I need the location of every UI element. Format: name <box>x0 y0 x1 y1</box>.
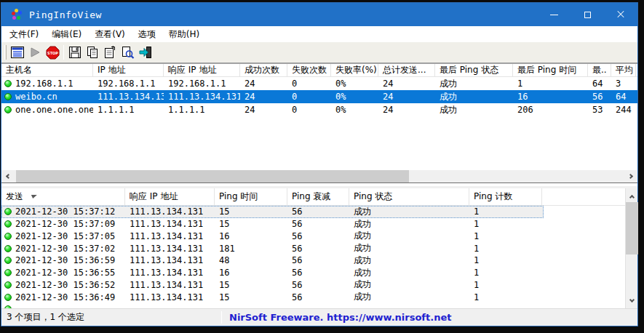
stop-ping-button[interactable]: STOP <box>44 44 61 61</box>
ping-cell: 1 <box>469 231 542 241</box>
hosts-column-header-9[interactable]: 最.. <box>588 64 611 76</box>
hosts-column-header-6[interactable]: 总计发送... <box>378 64 435 76</box>
hosts-column-header-2[interactable]: 响应 IP 地址 <box>164 64 240 76</box>
minimize-button[interactable] <box>537 3 571 26</box>
ping-cell: 111.13.134.131 <box>125 280 215 290</box>
close-button[interactable] <box>604 3 637 26</box>
pings-header-row: 发送响应 IP 地址Ping 时间Ping 衰减Ping 状态Ping 计数 <box>1 188 637 206</box>
hosts-header-row: 主机名IP 地址响应 IP 地址成功次数失败次数失败率(%)总计发送...最后 … <box>1 64 637 77</box>
find-button[interactable] <box>119 44 136 61</box>
hosts-column-header-8[interactable]: 最后 Ping 时间 <box>513 64 588 76</box>
copy-button[interactable] <box>84 44 101 61</box>
pings-column-header-4[interactable]: Ping 状态 <box>349 188 469 205</box>
hosts-column-header-1[interactable]: IP 地址 <box>93 64 164 76</box>
ping-cell: 56 <box>287 219 349 229</box>
ping-row[interactable]: 2021-12-30 15:36:55111.13.134.1311656成功1 <box>1 267 544 279</box>
scroll-up-button[interactable] <box>626 190 638 202</box>
menu-item-0[interactable]: 文件(F) <box>3 26 45 42</box>
host-cell: 0 <box>287 105 331 115</box>
nirsoft-freeware-link[interactable]: NirSoft Freeware. https://www.nirsoft.ne… <box>229 309 451 326</box>
host-cell: 111.13.134.131 <box>164 92 240 102</box>
ping-cell: 16 <box>215 231 287 241</box>
host-cell: 192.168.1.1 <box>164 79 240 89</box>
menu-item-1[interactable]: 编辑(E) <box>45 26 88 42</box>
pings-column-header-3[interactable]: Ping 衰减 <box>287 188 349 205</box>
status-ok-icon <box>4 208 12 215</box>
ping-cell: 1 <box>469 206 542 217</box>
vertical-scrollbar[interactable] <box>625 188 637 308</box>
titlebar[interactable]: PingInfoView <box>1 3 637 26</box>
ping-sent-time-text: 2021-12-30 15:37:12 <box>15 206 115 217</box>
window-title: PingInfoView <box>29 9 102 20</box>
pings-column-header-5[interactable]: Ping 计数 <box>469 188 542 205</box>
hosts-column-header-3[interactable]: 成功次数 <box>240 64 287 76</box>
start-ping-button[interactable] <box>26 44 44 61</box>
ping-cell: 181 <box>215 244 287 254</box>
ping-row[interactable]: 2021-12-30 15:36:52111.13.134.1311556成功1 <box>1 279 544 292</box>
save-button[interactable] <box>66 44 84 61</box>
status-ok-icon <box>4 220 12 228</box>
host-cell: one.one.one.one <box>1 105 93 115</box>
close-icon <box>616 10 625 19</box>
host-row[interactable]: one.one.one.one1.1.1.11.1.1.12400%24成功20… <box>1 103 637 116</box>
save-icon <box>68 46 82 59</box>
host-cell: 16 <box>513 92 588 102</box>
status-ok-icon <box>4 281 12 289</box>
host-name-text: one.one.one.one <box>15 105 93 115</box>
ping-row[interactable]: 2021-12-30 15:36:59111.13.134.1314856成功1 <box>1 254 544 267</box>
host-name-text: 192.168.1.1 <box>15 79 73 89</box>
ping-row[interactable]: 2021-12-30 15:37:12111.13.134.1311556成功1 <box>1 206 544 218</box>
hosts-column-header-10[interactable]: 平均 <box>611 64 636 76</box>
hosts-column-header-4[interactable]: 失败次数 <box>287 64 331 76</box>
scroll-right-button[interactable] <box>625 170 637 182</box>
chevron-up-icon <box>629 194 635 199</box>
vertical-scrollbar-thumb[interactable] <box>626 202 638 254</box>
ping-cell: 15 <box>215 219 287 229</box>
host-cell: 24 <box>240 105 287 115</box>
ping-options-button[interactable] <box>9 44 26 61</box>
pings-column-header-0[interactable]: 发送 <box>1 188 125 205</box>
ping-cell: 16 <box>215 268 287 278</box>
pings-column-header-1[interactable]: 响应 IP 地址 <box>125 188 215 205</box>
host-cell: 成功 <box>435 104 513 116</box>
ping-row[interactable]: 2021-12-30 15:36:49111.13.134.1311556成功1 <box>1 291 544 303</box>
toolbar-grip[interactable] <box>4 45 7 60</box>
horizontal-scrollbar[interactable] <box>1 170 637 183</box>
items-count-text: 3 个项目，1 个选定 <box>7 309 84 326</box>
ping-cell: 15 <box>215 292 287 302</box>
host-row[interactable]: weibo.cn111.13.134.131111.13.134.1312400… <box>1 90 637 103</box>
ping-cell: 111.13.134.131 <box>125 244 215 254</box>
host-row[interactable]: 192.168.1.1192.168.1.1192.168.1.12400%24… <box>1 77 637 90</box>
host-cell: 192.168.1.1 <box>93 79 164 89</box>
sort-descending-icon <box>30 195 37 198</box>
scroll-down-button[interactable] <box>626 294 638 307</box>
ping-row[interactable]: 2021-12-30 15:37:09111.13.134.1311556成功1 <box>1 218 544 230</box>
host-cell: 24 <box>378 79 435 89</box>
maximize-button[interactable] <box>571 3 604 26</box>
horizontal-scrollbar-thumb[interactable] <box>16 170 409 182</box>
menu-item-2[interactable]: 查看(V) <box>88 26 132 42</box>
ping-cell: 2021-12-30 15:37:12 <box>1 206 125 217</box>
status-ok-icon <box>4 93 12 100</box>
hosts-column-header-5[interactable]: 失败率(%) <box>331 64 378 76</box>
chevron-right-icon <box>628 174 633 179</box>
host-cell: 成功 <box>435 78 513 90</box>
exit-button[interactable] <box>136 44 154 61</box>
hosts-column-header-7[interactable]: 最后 Ping 状态 <box>435 64 513 76</box>
menu-item-3[interactable]: 选项 <box>132 26 162 42</box>
ping-row[interactable]: 2021-12-30 15:37:05111.13.134.1311656成功1 <box>1 230 544 243</box>
properties-button[interactable] <box>101 44 119 61</box>
pings-column-header-2[interactable]: Ping 时间 <box>215 188 287 205</box>
menu-item-4[interactable]: 帮助(H) <box>162 26 206 42</box>
host-cell: 24 <box>240 92 287 102</box>
scroll-left-button[interactable] <box>1 170 14 182</box>
host-cell: weibo.cn <box>1 92 93 102</box>
host-cell: 206 <box>513 105 588 115</box>
menu-bar: 文件(F)编辑(E)查看(V)选项帮助(H) <box>1 26 637 42</box>
hosts-column-header-0[interactable]: 主机名 <box>1 64 93 76</box>
host-cell: 64 <box>611 92 636 102</box>
ping-row[interactable]: 2021-12-30 15:37:02111.13.134.13118156成功… <box>1 242 544 254</box>
ping-row-partial[interactable] <box>1 303 544 308</box>
ping-cell: 56 <box>287 292 349 302</box>
pinginfoview-window: PingInfoView 文件(F)编辑(E)查看(V)选项帮助(H) <box>1 2 638 326</box>
